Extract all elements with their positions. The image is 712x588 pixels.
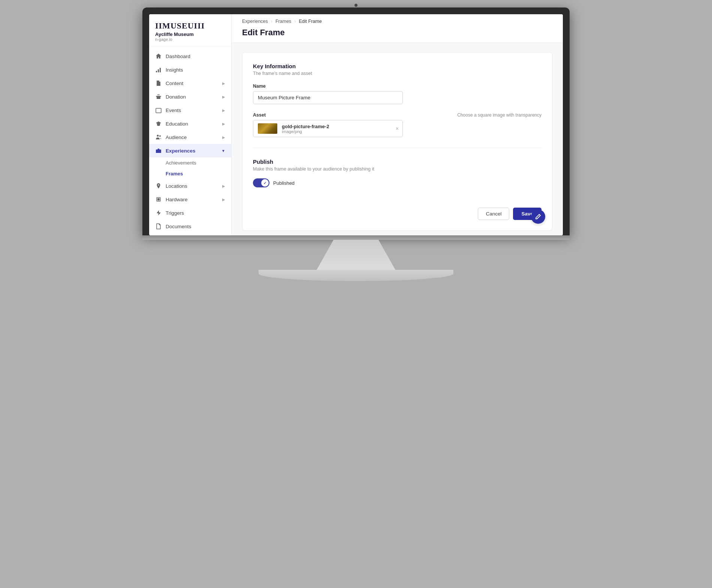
breadcrumb-experiences[interactable]: Experiences (242, 19, 268, 24)
top-bar: Experiences › Frames › Edit Frame Edit F… (232, 14, 563, 43)
action-row: Cancel Save (253, 201, 541, 220)
sidebar-item-education[interactable]: Education ▶ (149, 117, 231, 130)
breadcrumb-current: Edit Frame (299, 19, 322, 24)
sidebar-item-label: Triggers (166, 210, 184, 216)
sidebar-item-content[interactable]: Content ▶ (149, 76, 231, 90)
chevron-right-icon: ▶ (222, 81, 225, 85)
doc-icon (155, 223, 162, 230)
svg-rect-4 (156, 108, 161, 113)
chevron-right-icon: ▶ (222, 108, 225, 112)
sidebar: IIMUSEUIII Aycliffe Museum n-gage.io Das… (149, 14, 232, 235)
logo-title: Aycliffe Museum (155, 31, 225, 37)
svg-point-6 (159, 135, 161, 137)
toggle-label: Published (273, 180, 295, 186)
sidebar-item-documents[interactable]: Documents (149, 220, 231, 233)
sidebar-item-triggers[interactable]: Triggers (149, 206, 231, 220)
toggle-row: ✓ Published (253, 178, 541, 187)
chevron-right-icon: ▶ (222, 184, 225, 188)
section-divider (253, 148, 541, 148)
publish-section-title: Publish (253, 159, 541, 165)
monitor-stand-neck (300, 240, 412, 270)
users-icon (155, 134, 162, 141)
asset-type: image/png (282, 129, 329, 134)
chevron-right-icon: ▶ (222, 122, 225, 126)
sidebar-subitem-label: Frames (166, 171, 183, 177)
main-content: Experiences › Frames › Edit Frame Edit F… (232, 14, 563, 235)
breadcrumb-sep-1: › (271, 19, 272, 24)
svg-rect-0 (157, 83, 160, 83)
key-information-section: Key Information The frame's name and ass… (253, 63, 541, 137)
monitor-stand-top (142, 235, 570, 240)
breadcrumb-frames[interactable]: Frames (275, 19, 291, 24)
sidebar-item-insights[interactable]: Insights (149, 63, 231, 76)
chevron-right-icon: ▶ (222, 135, 225, 139)
chevron-right-icon: ▶ (222, 197, 225, 202)
sidebar-item-events[interactable]: Events ▶ (149, 103, 231, 117)
asset-hint: Choose a square image with transparency (457, 112, 541, 118)
sidebar-item-label: Education (166, 121, 188, 127)
sidebar-item-label: Dashboard (166, 54, 190, 59)
sidebar-item-experiences[interactable]: Experiences ▼ (149, 144, 231, 157)
sidebar-item-label: Events (166, 108, 181, 113)
asset-remove-button[interactable]: × (396, 126, 399, 132)
pin-icon (155, 183, 162, 189)
publish-toggle[interactable]: ✓ (253, 178, 269, 187)
camera-icon (155, 147, 162, 154)
zap-icon (155, 209, 162, 216)
toggle-check-icon: ✓ (263, 181, 266, 185)
asset-info: gold-picture-frame-2 image/png (282, 124, 329, 134)
svg-rect-2 (156, 96, 161, 97)
cpu-icon (155, 196, 162, 203)
sidebar-item-label: Hardware (166, 197, 188, 202)
logo-icon: IIMUSEUIII (155, 21, 225, 31)
sidebar-item-donation[interactable]: Donation ▶ (149, 90, 231, 103)
breadcrumb: Experiences › Frames › Edit Frame (242, 14, 552, 26)
chevron-down-icon: ▼ (221, 149, 225, 153)
svg-rect-10 (157, 198, 160, 200)
asset-field-label: Asset (253, 112, 403, 118)
gift-icon (155, 93, 162, 100)
camera-dot (355, 4, 357, 7)
asset-thumbnail (258, 123, 277, 134)
file-icon (155, 80, 162, 87)
name-input[interactable] (253, 91, 403, 104)
sidebar-nav: Dashboard Insights Content ▶ (149, 46, 231, 235)
sidebar-subitem-frames[interactable]: Frames (149, 168, 231, 179)
content-area: Key Information The frame's name and ass… (232, 43, 563, 235)
sidebar-item-label: Insights (166, 67, 183, 73)
cancel-button[interactable]: Cancel (478, 208, 509, 220)
sidebar-item-label: Documents (166, 224, 191, 229)
edit-fab-button[interactable] (531, 209, 545, 224)
chart-icon (155, 66, 162, 73)
svg-point-8 (158, 184, 159, 186)
name-field-label: Name (253, 84, 541, 89)
asset-name: gold-picture-frame-2 (282, 124, 329, 129)
page-title: Edit Frame (242, 26, 552, 43)
sidebar-item-label: Locations (166, 183, 187, 189)
home-icon (155, 53, 162, 60)
section-desc-key-info: The frame's name and asset (253, 71, 541, 76)
graduation-icon (155, 120, 162, 127)
sidebar-item-locations[interactable]: Locations ▶ (149, 179, 231, 193)
sidebar-subitem-achievements[interactable]: Achievements (149, 157, 231, 168)
toggle-knob: ✓ (261, 179, 269, 187)
sidebar-subitem-label: Achievements (166, 160, 196, 166)
svg-point-5 (157, 135, 159, 137)
sidebar-item-label: Content (166, 81, 183, 86)
publish-section-desc: Make this frame available to your audien… (253, 166, 541, 172)
sidebar-item-hardware[interactable]: Hardware ▶ (149, 193, 231, 206)
asset-section: Asset gold-picture-frame-2 image/png × (253, 112, 541, 137)
sidebar-item-dashboard[interactable]: Dashboard (149, 49, 231, 63)
asset-row: Asset gold-picture-frame-2 image/png × (253, 112, 541, 137)
sidebar-item-label: Experiences (166, 148, 196, 154)
sidebar-item-label: Donation (166, 94, 186, 100)
sidebar-item-audience[interactable]: Audience ▶ (149, 130, 231, 144)
main-card: Key Information The frame's name and ass… (242, 52, 552, 231)
sidebar-item-label: Audience (166, 135, 187, 140)
logo-subtitle: n-gage.io (155, 37, 225, 42)
chevron-right-icon: ▶ (222, 95, 225, 99)
publish-section: Publish Make this frame available to you… (253, 159, 541, 187)
asset-item: gold-picture-frame-2 image/png × (253, 120, 403, 137)
sidebar-logo: IIMUSEUIII Aycliffe Museum n-gage.io (149, 14, 231, 46)
monitor-screen: IIMUSEUIII Aycliffe Museum n-gage.io Das… (149, 14, 563, 235)
